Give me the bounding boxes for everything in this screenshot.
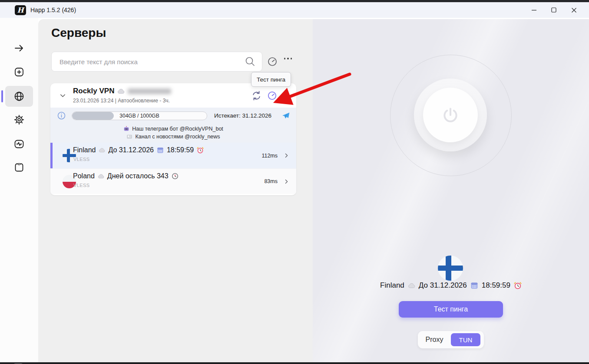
power-button[interactable] — [423, 88, 478, 142]
box-icon — [13, 161, 25, 174]
sidebar-item-routing[interactable] — [5, 157, 33, 178]
expiry-label: Истекает: 31.12.2026 — [214, 112, 271, 119]
sidebar-item-servers[interactable] — [5, 86, 33, 107]
selected-server-summary: Finland До 31.12.2026 18:59:59 — [313, 281, 589, 290]
sidebar-item-settings[interactable] — [5, 109, 33, 130]
cloud-icon — [408, 282, 415, 289]
calendar-icon — [470, 282, 478, 289]
subscription-meta: 23.01.2026 13:24 | Автообновление - 3ч. — [73, 98, 170, 104]
alarm-clock-icon — [197, 147, 204, 154]
active-indicator — [1, 90, 3, 102]
server-time: 18:59:59 — [482, 281, 510, 290]
maximize-button[interactable] — [544, 3, 564, 17]
selected-row-indicator — [50, 143, 53, 168]
server-protocol: VLESS — [73, 183, 89, 188]
calendar-icon — [157, 147, 164, 154]
globe-icon — [13, 90, 25, 102]
alarm-clock-icon — [514, 282, 522, 289]
server-name: Finland — [380, 281, 404, 290]
username-redacted — [128, 89, 171, 94]
page-title: Серверы — [51, 26, 106, 40]
telegram-bot-link[interactable]: Наш телеграм бот @RocklyVPN_bot — [123, 126, 223, 132]
subscription-card: Rockly VPN 23.01.2026 13:24 | Автообновл… — [50, 83, 296, 195]
sidebar-item-add-profile[interactable] — [5, 62, 33, 82]
traffic-label: 304GB / 1000GB — [72, 112, 207, 120]
minimize-button[interactable] — [524, 3, 544, 17]
close-button[interactable] — [564, 3, 584, 17]
telegram-icon[interactable] — [281, 111, 290, 120]
chevron-down-icon[interactable] — [60, 92, 66, 99]
search-input[interactable]: Введите текст для поиска — [51, 52, 262, 72]
activity-icon — [13, 138, 25, 150]
traffic-row: 304GB / 1000GB Истекает: 31.12.2026 — [50, 108, 296, 124]
server-time: 18:59:59 — [167, 146, 194, 154]
refresh-icon[interactable] — [251, 90, 262, 101]
cloud-icon — [98, 174, 104, 179]
more-options-button[interactable] — [281, 58, 294, 59]
chevron-right-icon — [284, 153, 289, 158]
clock-icon — [172, 173, 179, 180]
telegram-news-link[interactable]: Канал с новостями @rockly_news — [126, 134, 220, 140]
plus-square-icon — [13, 66, 25, 78]
app-logo: H — [15, 5, 26, 15]
ping-test-button[interactable]: Тест пинга — [399, 301, 503, 318]
mode-tun-option[interactable]: TUN — [451, 333, 480, 346]
app-title: Happ 1.5.2 (426) — [30, 7, 76, 13]
server-name: Finland — [73, 146, 96, 154]
window-controls — [524, 2, 584, 18]
window-edge-bottom — [0, 362, 589, 364]
search-icon — [245, 56, 256, 67]
server-row-finland[interactable]: Finland До 31.12.2026 18:59:59 VLESS 112… — [50, 143, 296, 168]
sidebar-item-logs[interactable] — [5, 134, 33, 154]
info-icon[interactable] — [57, 111, 66, 120]
search-placeholder: Введите текст для поиска — [60, 58, 245, 66]
robot-icon — [123, 126, 129, 132]
annotation-arrow — [261, 64, 361, 112]
mode-proxy-option[interactable]: Proxy — [418, 336, 451, 344]
server-until: До 31.12.2026 — [419, 281, 467, 290]
server-ping: 112ms — [261, 153, 278, 159]
sidebar-item-connect[interactable] — [5, 38, 33, 59]
gear-icon — [13, 114, 25, 126]
titlebar: H Happ 1.5.2 (426) — [0, 2, 589, 18]
server-name: Poland — [73, 172, 95, 180]
subscription-header[interactable]: Rockly VPN 23.01.2026 13:24 | Автообновл… — [50, 83, 296, 108]
power-icon — [440, 105, 460, 125]
cloud-icon — [117, 88, 125, 94]
server-row-poland[interactable]: Poland Дней осталось 343 VLESS 83ms — [50, 168, 296, 194]
cloud-icon — [99, 148, 105, 153]
mode-toggle: Proxy TUN — [418, 331, 484, 348]
arrow-right-icon — [13, 42, 25, 54]
server-ping: 83ms — [264, 178, 278, 184]
subscription-name: Rockly VPN — [73, 87, 114, 95]
sidebar: i — [0, 18, 38, 362]
server-until: До 31.12.2026 — [108, 146, 153, 154]
traffic-progress-bar: 304GB / 1000GB — [72, 111, 207, 120]
finland-flag — [438, 256, 463, 281]
server-until: Дней осталось 343 — [107, 172, 169, 180]
chevron-right-icon — [284, 179, 289, 184]
newspaper-icon — [126, 134, 132, 140]
telegram-links: Наш телеграм бот @RocklyVPN_bot Канал с … — [50, 124, 296, 143]
server-protocol: VLESS — [73, 157, 89, 162]
